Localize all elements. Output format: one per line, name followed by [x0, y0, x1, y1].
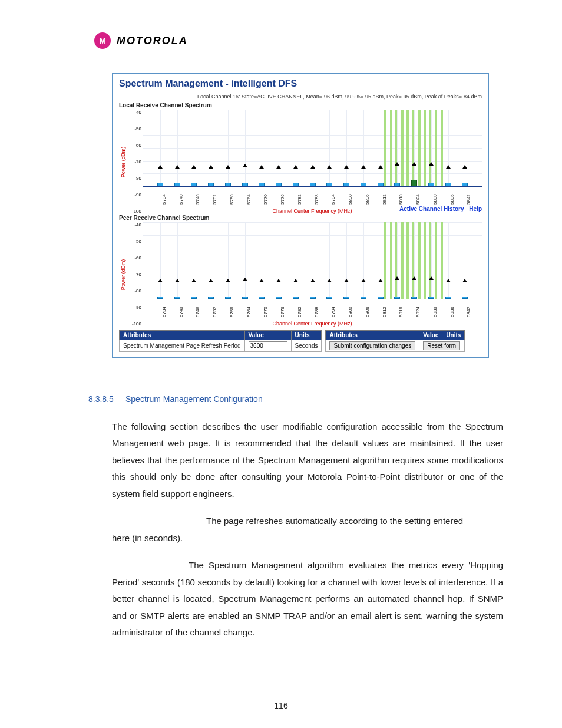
peer-chart: Power (dBm) -40-50-60-70-80-90-100 57345… — [119, 222, 482, 327]
logo-mark-icon: M — [94, 32, 111, 49]
peak-marker-icon — [226, 279, 230, 282]
peak-marker-icon — [361, 279, 366, 282]
submit-config-button[interactable] — [329, 341, 415, 350]
peak-marker-icon — [344, 165, 349, 169]
page-number: 116 — [0, 701, 562, 710]
bar — [462, 297, 468, 299]
peak-marker-icon — [158, 165, 163, 169]
peak-marker-icon — [446, 279, 451, 282]
bar — [276, 183, 282, 187]
bar — [259, 183, 265, 187]
brand-logo: M MOTOROLA — [94, 32, 515, 49]
peak-marker-icon — [310, 279, 315, 282]
bar — [326, 297, 332, 299]
peer-ylabel: Power (dBm) — [119, 222, 127, 327]
local-plot-area — [143, 110, 482, 187]
peak-marker-icon — [191, 279, 196, 282]
peak-marker-icon — [259, 279, 264, 282]
peak-marker-icon — [191, 165, 196, 169]
peak-marker-icon — [395, 162, 399, 166]
peak-marker-icon — [226, 165, 230, 169]
spectrum-panel: Spectrum Management - intelligent DFS Lo… — [112, 73, 489, 358]
peer-yticks: -40-50-60-70-80-90-100 — [127, 222, 143, 327]
peak-marker-icon — [378, 279, 383, 282]
logo-wordmark: MOTOROLA — [117, 35, 188, 47]
peak-marker-icon — [175, 165, 180, 169]
refresh-period-input[interactable] — [249, 341, 287, 350]
bar — [225, 297, 231, 299]
peak-marker-icon — [327, 165, 332, 169]
bar — [394, 183, 400, 187]
body-text-block: 8.3.8.5 Spectrum Management Configuratio… — [112, 391, 503, 641]
attributes-row: Attributes Value Units Spectrum Manageme… — [119, 330, 482, 352]
paragraph-2: The page refreshes automatically accordi… — [112, 513, 503, 546]
bar — [361, 297, 366, 299]
peak-marker-icon — [293, 165, 298, 169]
paragraph-1: The following section describes the user… — [112, 419, 503, 503]
bar — [293, 183, 299, 187]
bar — [361, 183, 366, 187]
attr-header: Attributes — [120, 331, 245, 340]
paragraph-3: The Spectrum Management algorithm evalua… — [112, 557, 503, 641]
attributes-table-right: Attributes Value Units — [325, 330, 465, 352]
peak-marker-icon — [462, 165, 467, 169]
bar — [445, 297, 451, 299]
peer-plot-area — [143, 222, 482, 299]
local-xticks: 5734574057465752575857645770577657825788… — [143, 187, 482, 207]
bar — [242, 297, 248, 299]
attr-header: Units — [291, 331, 322, 340]
bar — [310, 183, 316, 187]
bar — [191, 183, 197, 187]
peak-marker-icon — [259, 165, 264, 169]
attr-header: Attributes — [326, 331, 419, 340]
section-number: 8.3.8.5 — [88, 394, 114, 404]
refresh-period-label: Spectrum Management Page Refresh Period — [120, 340, 245, 352]
peak-marker-icon — [378, 165, 383, 169]
attr-header: Value — [419, 331, 442, 340]
bar — [445, 183, 451, 187]
bar — [310, 297, 316, 299]
bar — [428, 183, 434, 187]
bar — [225, 183, 231, 187]
attr-header: Units — [442, 331, 465, 340]
local-ylabel: Power (dBm) — [119, 110, 127, 214]
bar — [242, 183, 248, 187]
bar — [411, 297, 417, 299]
peak-marker-icon — [327, 279, 332, 282]
bar — [208, 297, 214, 299]
peak-marker-icon — [158, 279, 163, 282]
peak-marker-icon — [412, 276, 416, 280]
bar — [157, 183, 163, 187]
peer-xlabel: Channel Center Frequency (MHz) — [143, 321, 482, 327]
peak-marker-icon — [344, 279, 349, 282]
bar — [378, 297, 384, 299]
attr-header: Value — [244, 331, 291, 340]
reset-form-button[interactable] — [423, 341, 460, 350]
peak-marker-icon — [462, 279, 467, 282]
local-chart-title: Local Receive Channel Spectrum — [119, 102, 482, 108]
section-title: Spectrum Management Configuration — [125, 394, 263, 404]
panel-status-line: Local Channel 16: State=ACTIVE CHANNEL, … — [119, 94, 482, 100]
bar — [343, 297, 349, 299]
peak-marker-icon — [209, 279, 213, 282]
bar — [157, 297, 163, 299]
peak-marker-icon — [293, 279, 298, 282]
peak-marker-icon — [175, 279, 180, 282]
peak-marker-icon — [243, 164, 247, 167]
bar — [174, 183, 180, 187]
local-chart: Power (dBm) -40-50-60-70-80-90-100 57345… — [119, 110, 482, 214]
peer-xticks: 5734574057465752575857645770577657825788… — [143, 299, 482, 319]
peak-marker-icon — [361, 165, 366, 169]
peak-marker-icon — [446, 165, 451, 169]
peer-chart-title: Peer Receive Channel Spectrum — [119, 215, 482, 221]
bar — [276, 297, 282, 299]
peak-marker-icon — [276, 279, 281, 282]
peak-marker-icon — [412, 162, 416, 166]
bar — [428, 297, 434, 299]
peak-marker-icon — [243, 278, 247, 281]
bar — [411, 180, 417, 186]
bar — [174, 297, 180, 299]
bar — [293, 297, 299, 299]
peak-marker-icon — [395, 276, 399, 280]
peak-marker-icon — [276, 165, 281, 169]
